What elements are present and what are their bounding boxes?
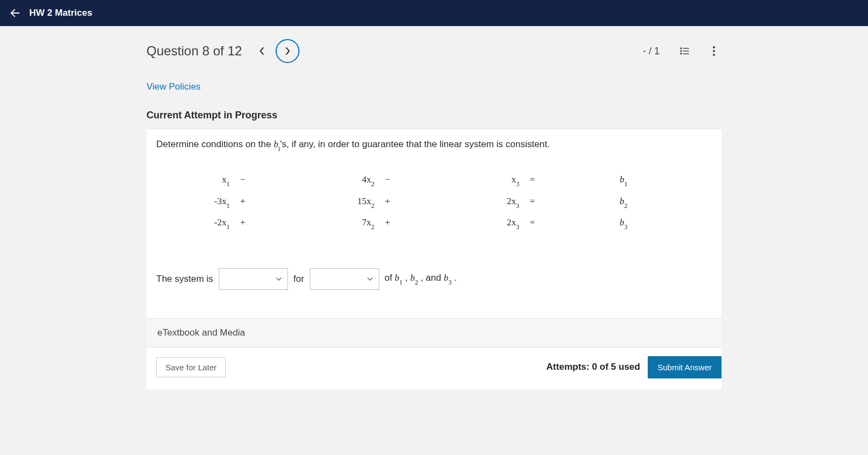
question-prompt: Determine conditions on the b_ibi's, if … <box>156 139 712 151</box>
svg-point-9 <box>713 54 715 56</box>
save-for-later-button[interactable]: Save for Later <box>156 357 226 377</box>
chevron-down-icon <box>276 276 282 282</box>
policies-row: View Policies <box>146 74 722 100</box>
chevron-down-icon <box>367 276 373 282</box>
prev-question-button[interactable] <box>255 44 269 58</box>
eq-r3-c1: -2x1 <box>161 217 229 230</box>
eq-r2-op1: + <box>239 196 246 208</box>
top-bar: HW 2 Matrices <box>0 0 868 26</box>
eq-r2-op2: + <box>384 196 391 208</box>
condition-select[interactable] <box>310 268 379 290</box>
eq-r3-c3: 2x3 <box>450 217 519 230</box>
svg-point-8 <box>713 50 715 52</box>
answer-row: The system is for of b1 , b2 , and b3 . <box>156 268 712 290</box>
eq-r3-op1: + <box>239 217 246 230</box>
eq-r2-b: b2 <box>595 196 653 208</box>
question-header: Question 8 of 12 - / 1 <box>146 26 722 74</box>
eq-r2-c1: -3x1 <box>161 196 229 208</box>
svg-point-7 <box>713 46 715 48</box>
more-options-icon[interactable] <box>706 43 722 59</box>
eq-r1-c1: x1 <box>161 174 229 187</box>
equation-system: x1 − 4x2 − x3 = b1 -3x1 + 15x2 + 2x3 = b… <box>161 174 712 230</box>
eq-r3-eq: = <box>529 217 535 230</box>
question-list-icon[interactable] <box>677 43 692 59</box>
page-title: HW 2 Matrices <box>29 8 92 18</box>
answer-lead: The system is <box>156 274 213 285</box>
svg-point-5 <box>681 53 682 54</box>
eq-r3-op2: + <box>384 217 391 230</box>
prompt-var: b_ibi <box>273 139 280 149</box>
eq-r2-c2: 15x2 <box>305 196 374 208</box>
eq-r1-c2: 4x2 <box>305 174 374 187</box>
etextbook-media-button[interactable]: eTextbook and Media <box>146 318 722 347</box>
next-question-button[interactable] <box>276 39 299 63</box>
eq-r3-c2: 7x2 <box>305 217 374 230</box>
question-nav <box>255 39 299 63</box>
view-policies-link[interactable]: View Policies <box>146 81 201 92</box>
eq-r1-op2: − <box>384 174 391 187</box>
question-counter: Question 8 of 12 <box>146 43 242 59</box>
submit-answer-button[interactable]: Submit Answer <box>648 356 722 378</box>
consistency-select[interactable] <box>219 268 288 290</box>
answer-mid: for <box>293 274 304 285</box>
score-display: - / 1 <box>643 46 660 57</box>
eq-r3-b: b3 <box>595 217 653 230</box>
eq-r2-c3: 2x3 <box>450 196 519 208</box>
footer-row: Save for Later Attempts: 0 of 5 used Sub… <box>146 347 722 389</box>
eq-r1-op1: − <box>239 174 246 187</box>
answer-tail: of b1 , b2 , and b3 . <box>385 273 457 285</box>
etextbook-media-label: eTextbook and Media <box>157 327 245 338</box>
attempt-status-title: Current Attempt in Progress <box>146 100 722 129</box>
svg-point-3 <box>681 50 682 52</box>
eq-r2-eq: = <box>529 196 535 208</box>
prompt-post: 's, if any, in order to guarantee that t… <box>280 139 550 149</box>
eq-r1-b: b1 <box>595 174 653 187</box>
eq-r1-c3: x3 <box>450 174 519 187</box>
svg-point-1 <box>681 48 682 49</box>
question-body: Determine conditions on the b_ibi's, if … <box>146 129 722 318</box>
back-arrow-icon[interactable] <box>9 7 22 20</box>
prompt-pre: Determine conditions on the <box>156 139 273 149</box>
attempts-counter: Attempts: 0 of 5 used <box>546 362 640 372</box>
eq-r1-eq: = <box>529 174 535 187</box>
